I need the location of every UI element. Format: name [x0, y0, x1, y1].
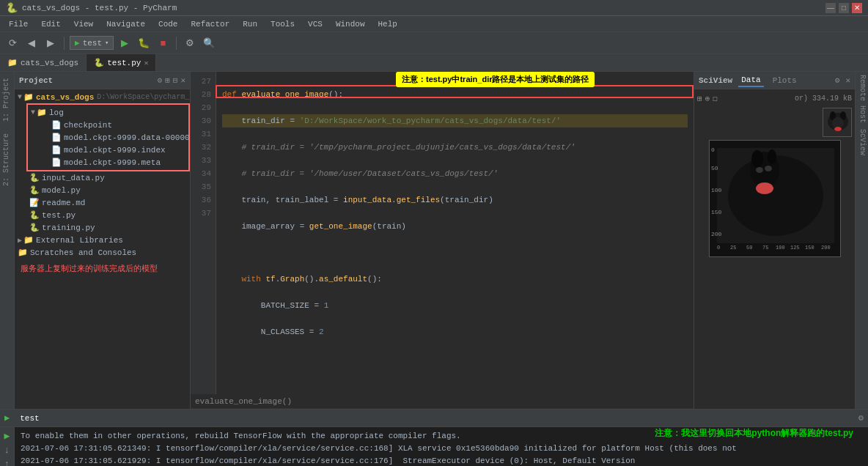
sciview-panel: SciView Data Plots ⚙ ✕ ⊞ ⊕ ◻ or) 334.19 …	[694, 72, 855, 409]
title-bar-title: cats_vs_dogs - test.py - PyCharm	[22, 4, 177, 12]
side-tabs-left: 1: Project 2: Structure	[0, 72, 15, 409]
tab-close[interactable]: ✕	[144, 59, 148, 67]
side-tab-remote-host[interactable]: Remote Host	[856, 72, 868, 126]
sciview-tab-data[interactable]: Data	[738, 74, 763, 87]
toolbar-btn-2[interactable]: ◀	[23, 35, 40, 51]
toolbar-btn-1[interactable]: ⟳	[4, 35, 21, 51]
sciview-toolbar: ⊞ ⊕ ◻ or) 334.19 kB	[697, 92, 852, 105]
sciview-toolbar-icon1[interactable]: ⊞	[697, 94, 702, 103]
svg-text:100: 100	[776, 245, 785, 251]
stop-button[interactable]: ■	[155, 35, 171, 51]
tree-item-model[interactable]: 🐍 model.py	[26, 184, 190, 196]
side-tab-scview[interactable]: ScView	[856, 126, 868, 158]
run-config[interactable]: ▶ test ▾	[70, 36, 114, 50]
side-tab-structure[interactable]: 2: Structure	[0, 127, 14, 192]
menu-help[interactable]: Help	[372, 18, 403, 30]
title-bar-left: 🐍 cats_vs_dogs - test.py - PyCharm	[6, 2, 177, 14]
svg-text:75: 75	[762, 245, 768, 251]
run-icon-down[interactable]: ↓	[4, 445, 10, 456]
menu-code[interactable]: Code	[152, 18, 183, 30]
tree-item-model-meta[interactable]: 📄 model.ckpt-9999.meta	[48, 156, 188, 169]
run-button[interactable]: ▶	[117, 35, 133, 51]
panel-title: Project	[19, 76, 53, 85]
sciview-close[interactable]: ✕	[845, 75, 850, 85]
toolbar-separator-1	[64, 37, 65, 50]
sciview-toolbar-icon3[interactable]: ◻	[713, 94, 718, 103]
tree-item-checkpoint[interactable]: 📄 checkpoint	[48, 119, 188, 131]
svg-text:25: 25	[730, 245, 736, 251]
tree-item-root[interactable]: ▼ 📁 cats_vs_dogs D:\WorkSpace\pycharm_to…	[15, 91, 190, 103]
tree-item-inputdata[interactable]: 🐍 input_data.py	[26, 171, 190, 184]
svg-text:150: 150	[711, 209, 722, 215]
project-annotation: 服务器上复制过来的训练完成后的模型	[15, 262, 190, 275]
project-panel: Project ⚙ ⊞ ⊟ ✕ ▼ 📁 cats_vs_dogs D:\Work…	[15, 72, 191, 409]
sciview-settings[interactable]: ⚙	[835, 75, 840, 85]
menu-navigate[interactable]: Navigate	[100, 18, 151, 30]
editor-annotation-top: 注意：test.py中train_dir路径是本地上测试集的路径	[396, 72, 595, 87]
log-folder-highlight: ▼ 📁 log 📄 checkpoint 📄 model.ckpt-9999.d…	[26, 103, 190, 171]
sciview-content: ⊞ ⊕ ◻ or) 334.19 kB	[694, 89, 855, 409]
run-tab[interactable]: test	[15, 413, 43, 424]
svg-text:50: 50	[711, 165, 718, 171]
sciview-thumbnail-container	[697, 108, 852, 137]
menu-bar: File Edit View Navigate Code Refactor Ru…	[0, 16, 868, 32]
tree-item-model-index[interactable]: 📄 model.ckpt-9999.index	[48, 144, 188, 156]
title-bar-controls: — □ ✕	[825, 3, 862, 13]
run-output: To enable them in other operations, rebu…	[15, 427, 868, 466]
editor-area: 27 28 29 30 31 32 33 34 35 36 37 def eva…	[191, 72, 694, 409]
tree-item-training[interactable]: 🐍 training.py	[26, 221, 190, 234]
menu-tools[interactable]: Tools	[265, 18, 301, 30]
run-content: ▶ ↓ ↑ ⇌ 🗑 To enable them in other operat…	[0, 427, 868, 466]
tree-item-readme[interactable]: 📝 readme.md	[26, 196, 190, 209]
close-button[interactable]: ✕	[852, 3, 862, 13]
tree-item-log[interactable]: ▼ 📁 log	[28, 106, 188, 119]
toolbar-btn-3[interactable]: ▶	[43, 35, 59, 51]
menu-refactor[interactable]: Refactor	[185, 18, 235, 30]
dog-thumbnail-svg	[823, 108, 852, 137]
svg-point-12	[756, 167, 763, 173]
tree-item-model-data[interactable]: 📄 model.ckpt-9999.data-00000-of-00001	[48, 131, 188, 144]
run-icon-play[interactable]: ▶	[4, 430, 10, 442]
svg-point-11	[768, 149, 776, 164]
run-side-icons: ▶ ↓ ↑ ⇌ 🗑	[0, 427, 15, 466]
menu-run[interactable]: Run	[237, 18, 263, 30]
minimize-button[interactable]: —	[825, 3, 836, 13]
tab-project[interactable]: 📁 cats_vs_dogs	[0, 54, 87, 71]
svg-text:150: 150	[805, 245, 814, 251]
panel-icon-expand[interactable]: ⊞	[165, 75, 170, 85]
code-editor: 27 28 29 30 31 32 33 34 35 36 37 def eva…	[191, 72, 694, 394]
side-tab-project[interactable]: 1: Project	[0, 72, 14, 127]
tab-file[interactable]: 🐍 test.py ✕	[87, 54, 156, 71]
sciview-tab-plots[interactable]: Plots	[770, 75, 800, 86]
menu-edit[interactable]: Edit	[35, 18, 66, 30]
debug-button[interactable]: 🐛	[136, 35, 152, 51]
settings-button[interactable]: ⚙	[182, 35, 198, 51]
sciview-thumbnail	[823, 108, 852, 137]
menu-view[interactable]: View	[68, 18, 99, 30]
bottom-panel: ▶ test ⚙ ▶ ↓ ↑ ⇌ 🗑 To enable them in oth…	[0, 409, 868, 466]
code-content[interactable]: def evaluate_one_image(): train_dir = 'D…	[216, 72, 694, 394]
run-settings[interactable]: ⚙	[858, 413, 864, 424]
breadcrumb-bar: evaluate_one_image()	[191, 394, 694, 409]
tree-item-ext-libs[interactable]: ▶ 📁 External Libraries	[15, 234, 190, 246]
menu-window[interactable]: Window	[330, 18, 371, 30]
panel-icon-collapse[interactable]: ⊟	[173, 75, 178, 85]
sciview-toolbar-icon2[interactable]: ⊕	[705, 94, 710, 103]
toolbar-separator-2	[176, 37, 177, 50]
panel-icon-close[interactable]: ✕	[180, 75, 185, 85]
run-icon-up[interactable]: ↑	[4, 459, 10, 466]
panel-icon-gear[interactable]: ⚙	[158, 75, 163, 85]
menu-file[interactable]: File	[3, 18, 34, 30]
menu-vcs[interactable]: VCS	[302, 18, 328, 30]
line-numbers: 27 28 29 30 31 32 33 34 35 36 37	[191, 72, 216, 394]
dog-image-svg: 0 50 100 150 200 0 25 50 75 100 125 150 …	[710, 141, 841, 257]
svg-point-5	[834, 127, 842, 131]
bottom-panel-header: ▶ test ⚙	[0, 410, 868, 427]
tree-item-testpy[interactable]: 🐍 test.py	[26, 209, 190, 221]
dog-image-main: 0 50 100 150 200 0 25 50 75 100 125 150 …	[709, 140, 841, 257]
search-button[interactable]: 🔍	[201, 35, 217, 51]
svg-point-10	[751, 150, 763, 168]
tree-item-scratches[interactable]: 📁 Scratches and Consoles	[15, 246, 190, 259]
maximize-button[interactable]: □	[839, 3, 849, 13]
svg-point-13	[765, 166, 772, 171]
